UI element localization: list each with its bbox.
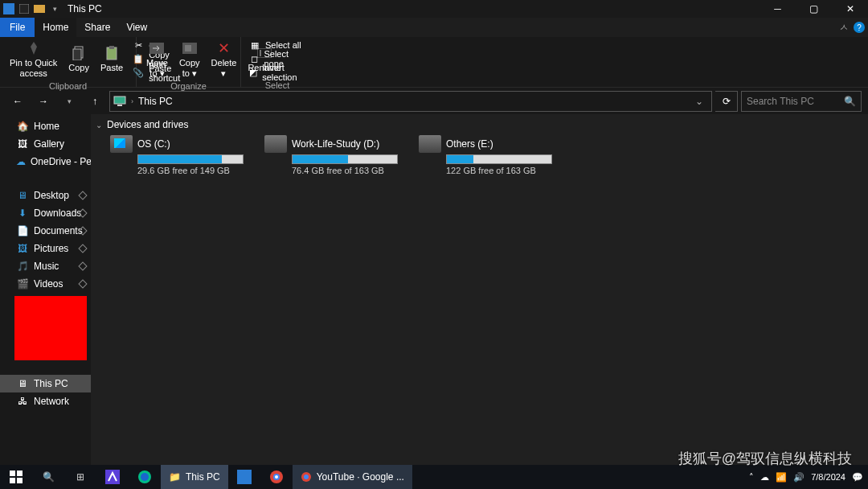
tray-date[interactable]: 7/8/2024 [811, 472, 845, 482]
sidebar-item-music[interactable]: 🎵Music [0, 257, 91, 275]
refresh-button[interactable]: ⟳ [715, 91, 738, 112]
qa-save-icon[interactable] [18, 2, 31, 15]
svg-rect-16 [10, 478, 15, 483]
chevron-right-icon: › [131, 97, 133, 105]
select-none-icon: ◻ [249, 53, 259, 64]
svg-point-26 [304, 475, 309, 479]
drive-usage-bar [446, 154, 552, 164]
paste-button[interactable]: Paste [96, 39, 128, 80]
maximize-button[interactable]: ▢ [796, 0, 832, 18]
up-button[interactable]: ↑ [84, 92, 106, 111]
taskbar-edge[interactable] [129, 465, 161, 489]
sidebar-item-gallery[interactable]: 🖼Gallery [0, 135, 91, 153]
drive-item[interactable]: OS (C:)29.6 GB free of 149 GB [110, 135, 245, 175]
copy-button[interactable]: Copy [63, 39, 94, 80]
taskbar: 🔍 ⊞ 📁This PC YouTube · Google ... ˄ ☁ 📶 … [0, 465, 868, 489]
svg-point-24 [275, 475, 278, 479]
qa-dropdown-icon[interactable]: ▾ [48, 2, 61, 15]
sidebar-item-this-pc[interactable]: 🖥This PC [0, 375, 91, 392]
downloads-icon: ⬇ [16, 207, 29, 220]
taskbar-app-3[interactable] [228, 465, 260, 489]
search-placeholder: Search This PC [747, 96, 814, 107]
recent-dropdown[interactable]: ▾ [58, 92, 80, 111]
sidebar-item-videos[interactable]: 🎬Videos [0, 275, 91, 293]
tab-file[interactable]: File [0, 18, 35, 37]
back-button[interactable]: ← [6, 92, 29, 111]
breadcrumb-dropdown[interactable]: ⌄ [690, 96, 708, 107]
drive-name: Others (E:) [446, 138, 493, 150]
tray-onedrive-icon[interactable]: ☁ [760, 472, 769, 483]
desktop-icon: 🖥 [16, 189, 29, 202]
navigation-pane: 🏠Home 🖼Gallery ☁OneDrive - Persona 🖥Desk… [0, 114, 91, 465]
breadcrumb[interactable]: This PC [138, 96, 173, 107]
tab-view[interactable]: View [118, 18, 155, 37]
tab-share[interactable]: Share [76, 18, 118, 37]
drive-item[interactable]: Work-Life-Study (D:)76.4 GB free of 163 … [264, 135, 399, 175]
videos-icon: 🎬 [16, 277, 29, 290]
sidebar-item-onedrive[interactable]: ☁OneDrive - Persona [0, 153, 91, 171]
taskbar-app-1[interactable] [96, 465, 129, 489]
task-view-button[interactable]: ⊞ [64, 465, 96, 489]
taskbar-chrome-window[interactable]: YouTube · Google ... [293, 465, 412, 489]
drive-item[interactable]: Others (E:)122 GB free of 163 GB [419, 135, 554, 175]
search-input[interactable]: Search This PC 🔍 [741, 91, 862, 112]
address-bar[interactable]: › This PC ⌄ [109, 91, 712, 112]
gallery-icon: 🖼 [16, 138, 29, 150]
drive-free-text: 76.4 GB free of 163 GB [292, 166, 399, 175]
tray-notifications-icon[interactable]: 💬 [852, 472, 863, 483]
ribbon: Pin to Quick access Copy Paste ✂Cut 📋Cop… [0, 37, 868, 87]
svg-rect-13 [117, 105, 122, 106]
tray-volume-icon[interactable]: 🔊 [793, 472, 805, 483]
svg-point-20 [141, 473, 149, 481]
tab-home[interactable]: Home [35, 18, 76, 37]
svg-rect-12 [114, 97, 125, 104]
drive-icon [419, 135, 441, 153]
drive-usage-bar [137, 154, 244, 164]
sidebar-item-desktop[interactable]: 🖥Desktop [0, 187, 91, 204]
pictures-icon: 🖼 [16, 242, 29, 255]
drive-free-text: 29.6 GB free of 149 GB [137, 166, 245, 175]
refresh-icon: ⟳ [723, 96, 731, 107]
sidebar-item-documents[interactable]: 📄Documents [0, 222, 91, 240]
taskbar-search-button[interactable]: 🔍 [32, 465, 64, 489]
start-button[interactable] [0, 465, 32, 489]
chrome-icon [301, 471, 312, 483]
delete-button[interactable]: ✕Delete ▾ [207, 39, 242, 80]
drive-name: OS (C:) [137, 138, 170, 150]
delete-x-icon: ✕ [215, 40, 232, 56]
svg-rect-14 [10, 471, 15, 476]
group-header-devices[interactable]: ⌄ Devices and drives [96, 117, 868, 135]
sidebar-highlight-block [14, 296, 87, 360]
copy-to-button[interactable]: Copy to ▾ [174, 39, 205, 80]
help-icon[interactable]: ? [854, 22, 865, 33]
taskbar-chrome[interactable] [260, 465, 293, 489]
minimize-button[interactable]: ─ [760, 0, 796, 18]
sidebar-item-downloads[interactable]: ⬇Downloads [0, 204, 91, 222]
svg-rect-1 [19, 4, 29, 14]
qa-folder-icon[interactable] [33, 2, 46, 15]
sidebar-item-home[interactable]: 🏠Home [0, 117, 91, 135]
ribbon-collapse-icon[interactable]: ㅅ [839, 21, 849, 35]
chevron-down-icon: ⌄ [96, 121, 102, 129]
svg-rect-9 [185, 45, 191, 51]
content-pane[interactable]: ⌄ Devices and drives OS (C:)29.6 GB free… [91, 114, 868, 465]
ribbon-tabs: File Home Share View ㅅ ? [0, 18, 868, 37]
pin-to-quick-access-button[interactable]: Pin to Quick access [5, 39, 62, 80]
sidebar-item-pictures[interactable]: 🖼Pictures [0, 240, 91, 257]
svg-rect-6 [109, 46, 114, 49]
svg-rect-2 [34, 5, 45, 13]
pc-icon [113, 96, 126, 107]
move-to-button[interactable]: Move to ▾ [141, 39, 173, 80]
invert-selection-button[interactable]: ◩Invert selection [246, 66, 309, 79]
system-tray: ˄ ☁ 📶 🔊 7/8/2024 💬 [749, 472, 868, 483]
drive-free-text: 122 GB free of 163 GB [446, 166, 554, 175]
sidebar-item-network[interactable]: 🖧Network [0, 392, 91, 410]
taskbar-file-explorer[interactable]: 📁This PC [161, 465, 228, 489]
folder-icon: 📁 [169, 471, 181, 483]
forward-button[interactable]: → [32, 92, 55, 111]
tray-wifi-icon[interactable]: 📶 [776, 472, 787, 483]
app-icon [2, 2, 15, 15]
close-button[interactable]: ✕ [832, 0, 868, 18]
svg-rect-17 [17, 478, 23, 483]
tray-chevron-up-icon[interactable]: ˄ [749, 472, 754, 483]
